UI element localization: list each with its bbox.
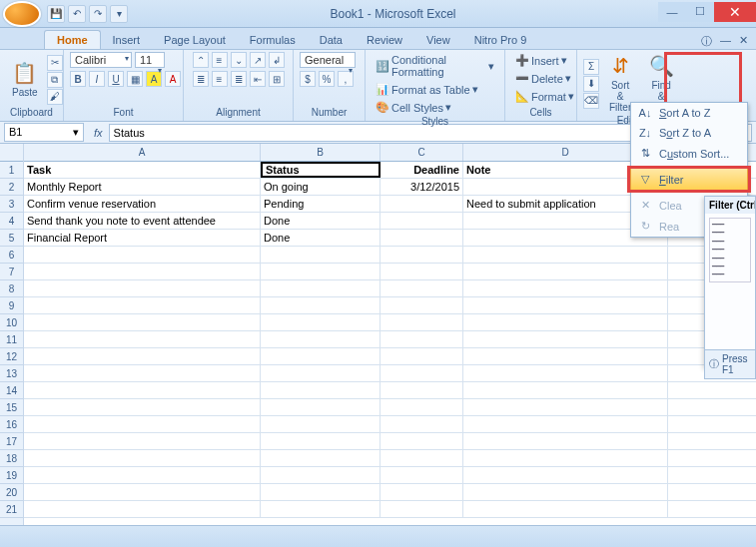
autosum-button[interactable]: Σ: [583, 59, 599, 75]
delete-cells-button[interactable]: ➖ Delete ▾: [511, 70, 575, 87]
menu-sort-z-to-a[interactable]: Z↓Sort Z to A: [631, 123, 747, 143]
cell[interactable]: [463, 348, 668, 364]
cell[interactable]: [380, 213, 463, 229]
cell[interactable]: [261, 501, 380, 517]
cell[interactable]: [24, 247, 261, 263]
copy-button[interactable]: ⧉: [47, 72, 63, 88]
align-center[interactable]: ≡: [212, 71, 228, 87]
decrease-indent[interactable]: ⇤: [250, 71, 266, 87]
row-header[interactable]: 6: [0, 247, 23, 264]
tab-insert[interactable]: Insert: [101, 31, 153, 49]
cell[interactable]: [24, 264, 261, 279]
col-header-a[interactable]: A: [24, 144, 261, 161]
col-header-c[interactable]: C: [380, 144, 463, 161]
cell[interactable]: [261, 331, 380, 347]
cell[interactable]: [24, 382, 261, 398]
wrap-text[interactable]: ↲: [269, 52, 285, 68]
cell[interactable]: [463, 467, 668, 483]
cell[interactable]: [261, 450, 380, 466]
row-header[interactable]: 14: [0, 382, 23, 399]
cell[interactable]: [380, 280, 463, 296]
cell[interactable]: [261, 399, 380, 415]
cell[interactable]: [380, 297, 463, 313]
orientation[interactable]: ↗: [250, 52, 266, 68]
cell[interactable]: [24, 399, 261, 415]
row-header[interactable]: 20: [0, 484, 23, 501]
font-color-button[interactable]: A: [165, 71, 181, 87]
cell[interactable]: [24, 501, 261, 517]
underline-button[interactable]: U: [108, 71, 124, 87]
cell[interactable]: [463, 264, 668, 279]
cell[interactable]: Monthly Report: [24, 179, 261, 195]
cell[interactable]: [463, 399, 668, 415]
tab-home[interactable]: Home: [44, 30, 101, 49]
row-header[interactable]: 18: [0, 450, 23, 467]
font-name-combo[interactable]: Calibri: [70, 52, 132, 68]
cell[interactable]: [380, 247, 463, 263]
border-button[interactable]: ▦: [127, 71, 143, 87]
cell[interactable]: [261, 348, 380, 364]
cell[interactable]: [261, 280, 380, 296]
minimize-button[interactable]: —: [658, 2, 686, 22]
merge-center[interactable]: ⊞: [269, 71, 285, 87]
tab-nitro[interactable]: Nitro Pro 9: [462, 31, 539, 49]
format-cells-button[interactable]: 📐 Format ▾: [511, 88, 578, 105]
conditional-formatting-button[interactable]: 🔢 Conditional Formatting ▾: [372, 52, 498, 80]
menu-sort-a-to-z[interactable]: A↓Sort A to Z: [631, 103, 747, 123]
row-header[interactable]: 2: [0, 179, 23, 196]
office-button[interactable]: [3, 1, 41, 27]
row-header[interactable]: 1: [0, 162, 23, 179]
bold-button[interactable]: B: [70, 71, 86, 87]
cell[interactable]: [380, 348, 463, 364]
cell[interactable]: Task: [24, 162, 261, 178]
cell[interactable]: [463, 297, 668, 313]
cell[interactable]: [24, 280, 261, 296]
italic-button[interactable]: I: [89, 71, 105, 87]
cell-styles-button[interactable]: 🎨 Cell Styles ▾: [372, 99, 455, 116]
cell[interactable]: [261, 247, 380, 263]
tab-review[interactable]: Review: [355, 31, 414, 49]
row-header[interactable]: 17: [0, 433, 23, 450]
cell[interactable]: [380, 416, 463, 432]
percent-button[interactable]: %: [319, 71, 335, 87]
cell[interactable]: [463, 433, 668, 449]
help-icon[interactable]: ⓘ: [701, 34, 712, 49]
fill-button[interactable]: ⬇: [583, 76, 599, 92]
ribbon-close[interactable]: ✕: [739, 34, 748, 49]
cell[interactable]: [24, 484, 261, 500]
cell[interactable]: [380, 196, 463, 212]
qat-customize[interactable]: ▾: [110, 5, 128, 23]
cell[interactable]: Send thank you note to event attendee: [24, 213, 261, 229]
cell[interactable]: [24, 331, 261, 347]
cell[interactable]: [261, 264, 380, 279]
format-as-table-button[interactable]: 📊 Format as Table ▾: [372, 81, 482, 98]
cell[interactable]: [463, 416, 668, 432]
tab-formulas[interactable]: Formulas: [238, 31, 308, 49]
row-header[interactable]: 5: [0, 230, 23, 247]
cell[interactable]: [463, 450, 668, 466]
align-bottom[interactable]: ⌄: [231, 52, 247, 68]
cell[interactable]: [380, 399, 463, 415]
cell[interactable]: [380, 501, 463, 517]
menu-custom-sort[interactable]: ⇅Custom Sort...: [631, 143, 747, 164]
cell[interactable]: Confirm venue reservation: [24, 196, 261, 212]
row-header[interactable]: 10: [0, 314, 23, 331]
cut-button[interactable]: ✂: [47, 55, 63, 71]
cell[interactable]: [24, 348, 261, 364]
row-header[interactable]: 19: [0, 467, 23, 484]
name-box[interactable]: B1▾: [4, 123, 84, 142]
cell[interactable]: [24, 314, 261, 330]
cell[interactable]: [380, 433, 463, 449]
paste-button[interactable]: 📋Paste: [6, 59, 44, 100]
cell[interactable]: [261, 433, 380, 449]
cell[interactable]: Done: [261, 213, 380, 229]
cell[interactable]: Deadline: [380, 162, 463, 178]
tab-data[interactable]: Data: [308, 31, 355, 49]
cell[interactable]: [24, 433, 261, 449]
cell[interactable]: Financial Report: [24, 230, 261, 246]
cell[interactable]: Done: [261, 230, 380, 246]
cell[interactable]: On going: [261, 179, 380, 195]
cell[interactable]: [261, 365, 380, 381]
cell[interactable]: 3/12/2015: [380, 179, 463, 195]
cell[interactable]: [463, 247, 668, 263]
